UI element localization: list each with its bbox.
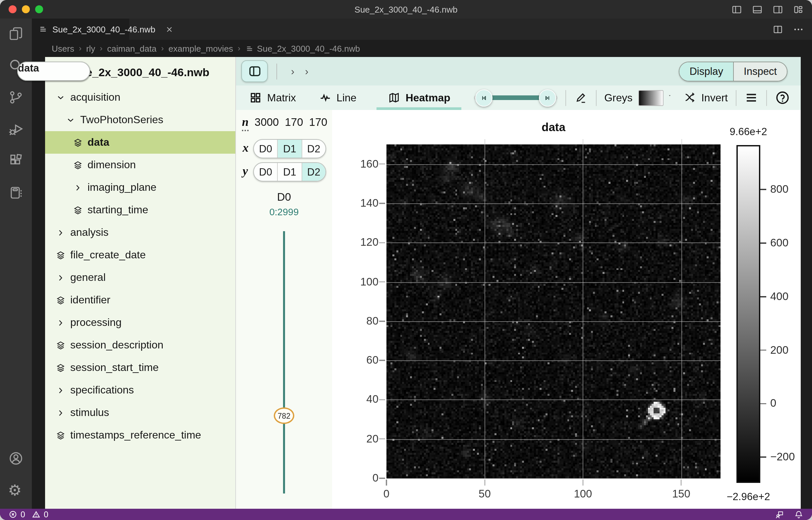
layout-customize-icon[interactable] bbox=[793, 4, 804, 15]
editor-tab-bar: Sue_2x_3000_40_-46.nwb bbox=[32, 19, 812, 40]
y-tick-mark bbox=[379, 478, 385, 479]
window-title: Sue_2x_3000_40_-46.nwb bbox=[0, 4, 812, 14]
breadcrumb-item[interactable]: example_movies bbox=[168, 43, 233, 53]
grid-icon bbox=[249, 92, 262, 104]
list-file-icon bbox=[245, 44, 253, 53]
tree-item-acquisition[interactable]: acquisition bbox=[45, 86, 235, 109]
header-divider bbox=[276, 63, 277, 79]
chevron-right-icon[interactable] bbox=[56, 408, 66, 418]
breadcrumb-item[interactable]: caiman_data bbox=[107, 43, 156, 53]
tree-item-data[interactable]: data bbox=[45, 131, 235, 154]
dataset-layers-icon bbox=[56, 295, 66, 305]
gridline-horizontal bbox=[387, 203, 720, 204]
y-tick-label: 140 bbox=[344, 197, 378, 209]
activity-run-and-debug-icon[interactable] bbox=[8, 121, 24, 137]
tree-item-dimension[interactable]: dimension bbox=[45, 154, 235, 176]
activity-extensions-icon[interactable] bbox=[8, 153, 24, 169]
tree-item-file_create_date[interactable]: file_create_date bbox=[45, 244, 235, 266]
plot-content: n 3000 170 170 x D0D1D2 y D0D1D2 D0 0:29… bbox=[236, 110, 801, 509]
chevron-right-icon[interactable] bbox=[56, 228, 66, 237]
activity-bar: ⚙ bbox=[0, 19, 32, 509]
tree-item-session_description[interactable]: session_description bbox=[45, 334, 235, 356]
tree-item-TwoPhotonSeries[interactable]: TwoPhotonSeries bbox=[45, 109, 235, 131]
heatmap-image[interactable] bbox=[387, 145, 720, 478]
tree-item-session_start_time[interactable]: session_start_time bbox=[45, 356, 235, 379]
tree-item-analysis[interactable]: analysis bbox=[45, 221, 235, 244]
colorbar-tick-mark bbox=[760, 296, 766, 297]
notifications-bell-icon[interactable] bbox=[794, 510, 803, 519]
feedback-icon[interactable] bbox=[775, 510, 784, 519]
chevron-right-icon[interactable] bbox=[73, 182, 83, 192]
tree-item-starting_time[interactable]: starting_time bbox=[45, 199, 235, 221]
activity-settings-icon[interactable]: ⚙ bbox=[8, 482, 24, 498]
chevron-right-icon[interactable] bbox=[56, 272, 66, 283]
activity-source-control-icon[interactable] bbox=[8, 89, 24, 105]
heatmap-canvas-area[interactable] bbox=[387, 145, 720, 478]
colormap-swatch[interactable] bbox=[638, 90, 664, 106]
layout-sidebar-left-icon[interactable] bbox=[731, 4, 742, 15]
tree-item-specifications[interactable]: specifications bbox=[45, 379, 235, 401]
breadcrumb-item[interactable]: Users bbox=[52, 43, 74, 53]
view-tab-label: Matrix bbox=[267, 92, 296, 104]
more-actions-icon[interactable] bbox=[793, 24, 804, 35]
x-dim-d2-button[interactable]: D2 bbox=[301, 140, 325, 158]
tree-item-timestamps_reference_time[interactable]: timestamps_reference_time bbox=[45, 424, 235, 446]
breadcrumb-separator: › bbox=[79, 44, 81, 53]
tree-item-imaging_plane[interactable]: imaging_plane bbox=[45, 176, 235, 199]
view-tab-matrix[interactable]: Matrix bbox=[249, 85, 296, 110]
tree-item-label: timestamps_reference_time bbox=[70, 429, 201, 441]
range-slider[interactable] bbox=[474, 89, 557, 106]
editor-tab[interactable]: Sue_2x_3000_40_-46.nwb bbox=[32, 19, 129, 40]
frame-slider-handle[interactable]: 782 bbox=[274, 407, 294, 424]
tree-item-identifier[interactable]: identifier bbox=[45, 289, 235, 311]
gridline-horizontal bbox=[387, 164, 720, 165]
x-dim-d1-button[interactable]: D1 bbox=[277, 140, 302, 158]
help-icon[interactable] bbox=[775, 90, 790, 105]
gridline-horizontal bbox=[387, 321, 720, 322]
dataset-layers-icon bbox=[56, 250, 66, 260]
y-dim-d1-button[interactable]: D1 bbox=[277, 163, 302, 181]
chevron-down-icon[interactable] bbox=[56, 93, 66, 102]
y-tick-mark bbox=[379, 399, 385, 400]
tree-item-processing[interactable]: processing bbox=[45, 311, 235, 334]
invert-swap-icon bbox=[683, 91, 697, 105]
chevron-down-icon[interactable] bbox=[668, 94, 671, 101]
colorbar-tick-label: 200 bbox=[770, 343, 810, 356]
tree-item-general[interactable]: general bbox=[45, 266, 235, 289]
activity-notebook-icon[interactable] bbox=[8, 185, 24, 201]
inspect-mode-button[interactable]: Inspect bbox=[733, 62, 787, 80]
range-start-handle[interactable] bbox=[475, 89, 492, 106]
view-tab-heatmap[interactable]: Heatmap bbox=[376, 85, 462, 110]
plot-title: data bbox=[514, 121, 593, 134]
breadcrumb-item[interactable]: rly bbox=[86, 43, 95, 53]
menu-icon[interactable] bbox=[744, 91, 758, 105]
frame-slider-track[interactable] bbox=[283, 231, 285, 494]
nwb-webview: Sue_2x_3000_40_-46.nwb acquisitionTwoPho… bbox=[32, 57, 812, 509]
chevron-right-icon[interactable] bbox=[56, 385, 66, 395]
display-mode-button[interactable]: Display bbox=[680, 62, 733, 80]
activity-accounts-icon[interactable] bbox=[8, 450, 24, 466]
edit-pen-icon[interactable] bbox=[574, 91, 588, 105]
problems-status[interactable]: 0 0 bbox=[9, 510, 48, 519]
status-bar: 0 0 bbox=[0, 509, 812, 520]
toggle-sidebar-button[interactable] bbox=[241, 60, 268, 82]
path-segment[interactable]: data bbox=[17, 61, 90, 81]
breadcrumb-file[interactable]: Sue_2x_3000_40_-46.nwb bbox=[245, 43, 360, 53]
n-value-1: 170 bbox=[285, 116, 303, 129]
range-end-handle[interactable] bbox=[539, 89, 556, 106]
split-editor-icon[interactable] bbox=[772, 24, 784, 35]
x-dim-d0-button[interactable]: D0 bbox=[254, 140, 277, 158]
invert-button[interactable]: Invert bbox=[683, 91, 728, 105]
colorbar-tick-label: 800 bbox=[770, 183, 810, 196]
chevron-right-icon[interactable] bbox=[56, 318, 66, 328]
tree-item-label: TwoPhotonSeries bbox=[80, 114, 164, 126]
tree-item-stimulus[interactable]: stimulus bbox=[45, 401, 235, 424]
y-dim-d2-button[interactable]: D2 bbox=[301, 163, 325, 181]
activity-explorer-icon[interactable] bbox=[8, 26, 24, 42]
y-dim-d0-button[interactable]: D0 bbox=[254, 163, 277, 181]
layout-sidebar-right-icon[interactable] bbox=[772, 4, 784, 15]
close-tab-icon[interactable] bbox=[165, 25, 174, 33]
layout-panel-icon[interactable] bbox=[752, 4, 763, 15]
chevron-down-icon[interactable] bbox=[66, 115, 76, 125]
view-tab-line[interactable]: Line bbox=[319, 85, 356, 110]
